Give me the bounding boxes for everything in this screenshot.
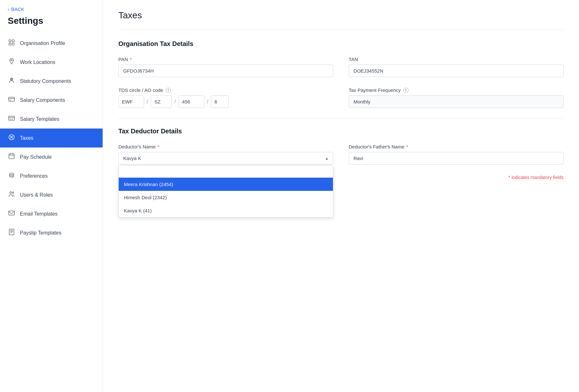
deductor-father-label: Deductor's Father's Name * xyxy=(349,144,564,149)
deductor-father-group: Deductor's Father's Name * xyxy=(349,144,564,165)
svg-point-4 xyxy=(11,60,12,61)
sidebar-item-label: Organisation Profile xyxy=(20,40,65,46)
sidebar-item-label: Salary Components xyxy=(20,97,65,103)
tan-group: TAN xyxy=(349,57,564,77)
page-title: Taxes xyxy=(118,10,564,21)
deductor-name-group: Deductor's Name * Kavya K ▲ Meera Krishn… xyxy=(118,144,333,165)
tds-sep1: / xyxy=(147,98,148,105)
svg-point-12 xyxy=(10,192,12,194)
sidebar-item-salary-components[interactable]: Salary Components xyxy=(0,91,103,110)
sidebar-item-label: Taxes xyxy=(20,135,33,141)
sidebar-item-payslip-templates[interactable]: Payslip Templates xyxy=(0,223,103,242)
deductor-dropdown-popup: Meera Krishnan (2454) Himesh Deol (2342)… xyxy=(118,165,333,218)
email-icon xyxy=(8,209,15,218)
deductor-row: Deductor's Name * Kavya K ▲ Meera Krishn… xyxy=(118,144,564,165)
pan-input[interactable] xyxy=(118,65,333,77)
salary-components-icon xyxy=(8,96,15,104)
tax-freq-info-icon[interactable]: i xyxy=(403,88,409,93)
sidebar-item-label: Preferences xyxy=(20,173,48,179)
deductor-name-selected[interactable]: Kavya K ▲ xyxy=(118,152,333,165)
deductor-name-dropdown[interactable]: Kavya K ▲ Meera Krishnan (2454) Himesh D… xyxy=(118,152,333,165)
sidebar-item-preferences[interactable]: Preferences xyxy=(0,166,103,185)
taxes-icon xyxy=(8,134,15,142)
sidebar-item-label: Pay Schedule xyxy=(20,154,52,160)
location-icon xyxy=(8,58,15,67)
back-arrow-icon: ‹ xyxy=(8,7,9,12)
dropdown-arrow-icon: ▲ xyxy=(325,156,329,161)
dropdown-option-kavya[interactable]: Kavya K (41) xyxy=(119,204,333,217)
section2-title: Tax Deductor Details xyxy=(118,128,564,135)
pan-tan-row: PAN* TAN xyxy=(118,57,564,77)
svg-rect-0 xyxy=(9,40,11,42)
sidebar-item-email-templates[interactable]: Email Templates xyxy=(0,204,103,223)
svg-rect-1 xyxy=(12,40,14,42)
sidebar-nav: Organisation Profile Work Locations Stat… xyxy=(0,34,103,242)
pan-group: PAN* xyxy=(118,57,333,77)
svg-rect-7 xyxy=(9,97,14,102)
tax-freq-input xyxy=(349,95,564,108)
sidebar-item-taxes[interactable]: Taxes xyxy=(0,129,103,147)
svg-point-6 xyxy=(11,79,12,80)
sidebar: ‹ BACK Settings Organisation Profile Wor… xyxy=(0,0,103,392)
svg-rect-10 xyxy=(9,154,14,159)
preferences-icon xyxy=(8,172,15,180)
svg-rect-3 xyxy=(12,43,14,45)
tax-freq-group: Tax Payment Frequency i xyxy=(349,87,564,108)
sidebar-item-pay-schedule[interactable]: Pay Schedule xyxy=(0,147,103,166)
statutory-icon xyxy=(8,77,15,85)
svg-point-11 xyxy=(10,173,14,175)
salary-templates-icon xyxy=(8,115,15,123)
svg-rect-14 xyxy=(9,211,14,215)
sidebar-item-label: Work Locations xyxy=(20,59,55,65)
sidebar-item-label: Payslip Templates xyxy=(20,230,61,236)
sidebar-item-label: Salary Templates xyxy=(20,116,59,122)
tds-group: TDS circle / AO code i / / / xyxy=(118,87,333,108)
divider xyxy=(118,30,564,30)
section-divider-2 xyxy=(118,118,564,119)
organisation-tax-details-section: Organisation Tax Details PAN* TAN TDS ci… xyxy=(118,40,564,108)
deductor-father-input[interactable] xyxy=(349,152,564,165)
svg-rect-2 xyxy=(9,43,11,45)
org-icon xyxy=(8,39,15,48)
tax-freq-label: Tax Payment Frequency i xyxy=(349,87,564,93)
tds-freq-row: TDS circle / AO code i / / / Tax Payment… xyxy=(118,87,564,108)
pay-schedule-icon xyxy=(8,153,15,161)
svg-point-13 xyxy=(12,192,14,193)
tds-part4-input[interactable] xyxy=(211,95,229,108)
sidebar-item-label: Email Templates xyxy=(20,211,58,217)
back-label: BACK xyxy=(11,6,24,12)
sidebar-item-users-roles[interactable]: Users & Roles xyxy=(0,185,103,204)
back-link[interactable]: ‹ BACK xyxy=(0,6,103,16)
section1-title: Organisation Tax Details xyxy=(118,40,564,48)
tds-info-icon[interactable]: i xyxy=(166,88,171,93)
settings-title: Settings xyxy=(0,16,103,34)
sidebar-item-label: Users & Roles xyxy=(20,192,53,198)
tds-part1-input[interactable] xyxy=(118,95,144,108)
pan-label: PAN* xyxy=(118,57,333,62)
svg-rect-8 xyxy=(9,116,14,120)
tan-label: TAN xyxy=(349,57,564,62)
tds-part3-input[interactable] xyxy=(179,95,204,108)
tan-input[interactable] xyxy=(349,65,564,77)
main-content: Taxes Organisation Tax Details PAN* TAN … xyxy=(103,0,579,392)
tax-deductor-details-section: Tax Deductor Details Deductor's Name * K… xyxy=(118,128,564,180)
dropdown-option-meera[interactable]: Meera Krishnan (2454) xyxy=(119,178,333,191)
tds-inputs: / / / xyxy=(118,95,333,108)
deductor-search-input[interactable] xyxy=(119,165,333,178)
tds-part2-input[interactable] xyxy=(151,95,172,108)
sidebar-item-organisation-profile[interactable]: Organisation Profile xyxy=(0,34,103,53)
sidebar-item-statutory-components[interactable]: Statutory Components xyxy=(0,72,103,91)
dropdown-option-himesh[interactable]: Himesh Deol (2342) xyxy=(119,191,333,204)
tds-sep2: / xyxy=(174,98,176,105)
tds-label: TDS circle / AO code i xyxy=(118,87,333,93)
deductor-name-label: Deductor's Name * xyxy=(118,144,333,149)
sidebar-item-salary-templates[interactable]: Salary Templates xyxy=(0,110,103,129)
payslip-icon xyxy=(8,228,15,237)
sidebar-item-work-locations[interactable]: Work Locations xyxy=(0,53,103,72)
users-icon xyxy=(8,191,15,199)
svg-rect-15 xyxy=(9,229,14,235)
sidebar-item-label: Statutory Components xyxy=(20,78,71,84)
tds-sep3: / xyxy=(207,98,208,105)
